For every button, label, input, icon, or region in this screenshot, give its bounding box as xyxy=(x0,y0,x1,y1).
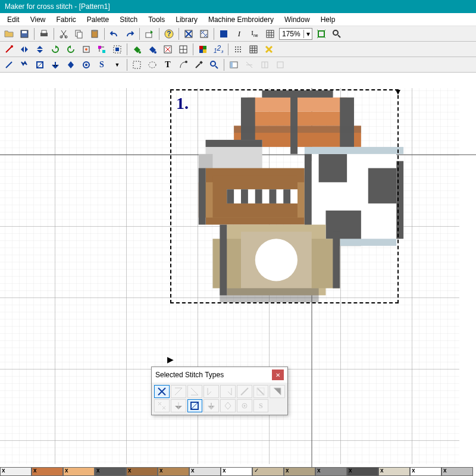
eyedropper-button[interactable] xyxy=(192,58,206,71)
trim-button[interactable] xyxy=(110,43,124,56)
menu-palette[interactable]: Palette xyxy=(82,14,114,25)
diamond-toggle[interactable] xyxy=(220,399,236,412)
back2-toggle[interactable] xyxy=(253,385,269,398)
palette-swatch-9[interactable]: x xyxy=(284,467,315,476)
bucket-green-button[interactable] xyxy=(130,43,144,56)
rotate-cw-button[interactable] xyxy=(48,43,62,56)
menu-view[interactable]: View xyxy=(26,14,51,25)
palette-swatch-1[interactable]: x xyxy=(32,467,63,476)
stitch-types-panel[interactable]: Selected Stitch Types ✕ S xyxy=(151,367,288,415)
menu-stitch[interactable]: Stitch xyxy=(115,14,142,25)
center-button[interactable] xyxy=(79,43,93,56)
grid-view-button[interactable] xyxy=(263,27,277,40)
arrow-toggle[interactable] xyxy=(203,399,219,412)
zoom-input[interactable] xyxy=(280,30,303,38)
petite-stitch-button[interactable] xyxy=(197,27,211,40)
petite1-toggle[interactable] xyxy=(154,399,170,412)
zoom2-button[interactable] xyxy=(207,58,221,71)
menu-window[interactable]: Window xyxy=(280,14,315,25)
symbol123-button[interactable]: 12₃ xyxy=(211,43,226,56)
backstitch3-button[interactable] xyxy=(33,58,47,71)
palette-swatch-4[interactable]: x xyxy=(126,467,158,476)
zoom-dropdown[interactable]: ▾ xyxy=(303,30,312,38)
palette-swatch-13[interactable]: x xyxy=(410,467,441,476)
flipv-button[interactable] xyxy=(33,43,47,56)
zoom-combo[interactable]: ▾ xyxy=(279,28,312,40)
palette-swatch-11[interactable]: x xyxy=(347,467,378,476)
fit-button[interactable] xyxy=(314,27,328,40)
svg-rect-81 xyxy=(199,168,206,225)
full-stitch-button[interactable] xyxy=(181,27,196,40)
menu-fabric[interactable]: Fabric xyxy=(51,14,80,25)
quarter2-toggle[interactable] xyxy=(220,385,236,398)
close-icon[interactable]: ✕ xyxy=(272,369,284,380)
special-toggle[interactable]: S xyxy=(253,399,269,412)
half2-toggle[interactable] xyxy=(187,385,203,398)
quarter1-toggle[interactable] xyxy=(203,385,219,398)
menu-library[interactable]: Library xyxy=(171,14,202,25)
palette-swatch-14[interactable]: x xyxy=(441,467,473,476)
wand-red-button[interactable] xyxy=(2,43,16,56)
rotate-ccw-button[interactable] xyxy=(64,43,78,56)
palette-swatch-0[interactable]: x xyxy=(0,467,32,476)
palette-swatch-2[interactable]: x xyxy=(63,467,95,476)
save-button[interactable] xyxy=(17,27,32,40)
french-knot-toggle[interactable] xyxy=(237,399,252,412)
copy-button[interactable] xyxy=(72,27,86,40)
backstitch1-button[interactable] xyxy=(2,58,16,71)
backstitch2-button[interactable] xyxy=(17,58,32,71)
color-fill-button[interactable] xyxy=(217,27,231,40)
backstitch-toggle[interactable] xyxy=(187,399,203,412)
italic-button[interactable]: I xyxy=(232,27,246,40)
line-button[interactable]: Ine xyxy=(248,27,262,40)
select-oval-button[interactable] xyxy=(145,58,159,71)
palette-swatch-8[interactable]: ✓ xyxy=(252,467,284,476)
full-stitch-toggle[interactable] xyxy=(154,385,170,398)
grid-solid-button[interactable] xyxy=(246,43,261,56)
fliph-button[interactable] xyxy=(17,43,32,56)
print-button[interactable] xyxy=(37,27,51,40)
palette-swatch-3[interactable]: x xyxy=(95,467,126,476)
palette-swatch-7[interactable]: x xyxy=(221,467,252,476)
petite2-toggle[interactable] xyxy=(171,399,186,412)
backstitch4-button[interactable] xyxy=(48,58,62,71)
palette-swatch-5[interactable]: x xyxy=(158,467,189,476)
dropdown-button[interactable]: ▼ xyxy=(110,58,124,71)
menu-edit[interactable]: Edit xyxy=(2,14,24,25)
menu-machine-embroidery[interactable]: Machine Embroidery xyxy=(203,14,278,25)
select-rect-button[interactable] xyxy=(130,58,144,71)
layout3-button[interactable] xyxy=(258,58,272,71)
highlight-button[interactable] xyxy=(262,43,276,56)
layout2-button[interactable] xyxy=(242,58,256,71)
replace-button[interactable] xyxy=(95,43,109,56)
back3-toggle[interactable] xyxy=(270,385,285,398)
pattern-x-button[interactable] xyxy=(161,43,175,56)
palette-swatch-6[interactable]: x xyxy=(189,467,221,476)
cut-button[interactable] xyxy=(57,27,71,40)
open-button[interactable] xyxy=(2,27,16,40)
text-button[interactable]: T xyxy=(161,58,175,71)
pattern-grid-button[interactable] xyxy=(176,43,190,56)
paste-button[interactable] xyxy=(87,27,102,40)
circle-button[interactable] xyxy=(79,58,93,71)
back1-toggle[interactable] xyxy=(237,385,252,398)
help-button[interactable]: ? xyxy=(162,27,176,40)
layout1-button[interactable] xyxy=(227,58,241,71)
redo-button[interactable] xyxy=(123,27,137,40)
undo-button[interactable] xyxy=(107,27,121,40)
half1-toggle[interactable] xyxy=(171,385,186,398)
menu-help[interactable]: Help xyxy=(316,14,340,25)
layout4-button[interactable] xyxy=(273,58,287,71)
outline-button[interactable] xyxy=(176,58,190,71)
menu-tools[interactable]: Tools xyxy=(143,14,170,25)
palette-swatch-10[interactable]: x xyxy=(315,467,347,476)
palette-swatch-12[interactable]: x xyxy=(378,467,410,476)
zoom-button[interactable] xyxy=(330,27,344,40)
pattern-sprite xyxy=(184,90,411,310)
export-button[interactable] xyxy=(142,27,156,40)
s-button[interactable]: S xyxy=(95,58,109,71)
diamond-button[interactable] xyxy=(64,58,78,71)
color-squares-button[interactable] xyxy=(196,43,210,56)
bucket-blue-button[interactable] xyxy=(145,43,159,56)
grid-dots-button[interactable] xyxy=(231,43,245,56)
